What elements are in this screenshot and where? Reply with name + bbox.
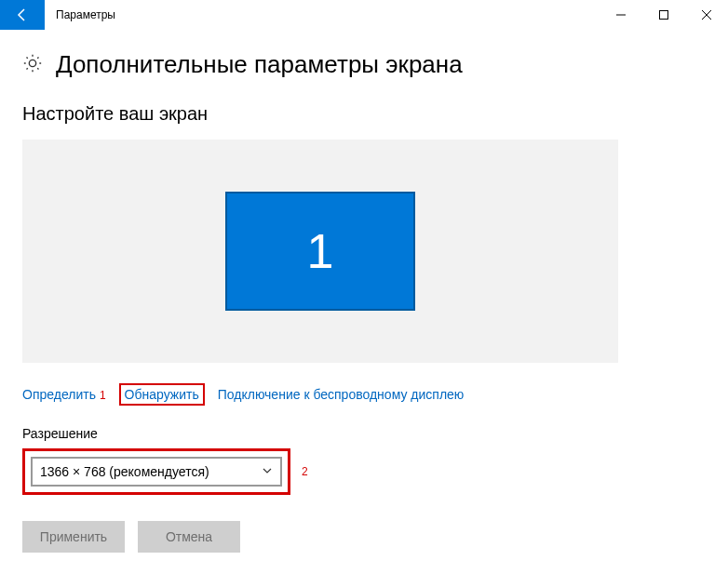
resolution-row: 1366 × 768 (рекомендуется) 2: [22, 448, 706, 495]
action-buttons: Применить Отмена: [22, 521, 706, 553]
display-preview: 1: [22, 140, 618, 363]
monitor-1[interactable]: 1: [225, 192, 415, 311]
close-button[interactable]: [685, 0, 728, 30]
gear-icon: [22, 53, 43, 77]
back-button[interactable]: [0, 0, 45, 30]
annotation-box-1: Обнаружить: [119, 383, 205, 406]
annotation-2: 2: [302, 465, 308, 478]
window-title: Параметры: [45, 0, 127, 30]
minimize-icon: [616, 10, 626, 20]
wireless-display-link[interactable]: Подключение к беспроводному дисплею: [218, 387, 465, 402]
close-icon: [702, 10, 711, 20]
svg-rect-1: [660, 11, 668, 20]
maximize-icon: [659, 10, 668, 20]
apply-button[interactable]: Применить: [22, 521, 125, 553]
resolution-dropdown[interactable]: 1366 × 768 (рекомендуется): [31, 457, 282, 487]
resolution-value: 1366 × 768 (рекомендуется): [40, 464, 209, 479]
page-subheading: Настройте ваш экран: [22, 103, 706, 125]
maximize-button[interactable]: [642, 0, 685, 30]
page-heading: Дополнительные параметры экрана: [56, 50, 463, 79]
identify-link[interactable]: Определить: [22, 387, 96, 402]
content: Дополнительные параметры экрана Настройт…: [0, 30, 728, 553]
window-controls: [600, 0, 728, 30]
annotation-1: 1: [100, 389, 106, 402]
cancel-button[interactable]: Отмена: [138, 521, 240, 553]
heading-row: Дополнительные параметры экрана: [22, 50, 706, 79]
annotation-box-2: 1366 × 768 (рекомендуется): [22, 448, 290, 495]
minimize-button[interactable]: [600, 0, 642, 30]
titlebar: Параметры: [0, 0, 728, 30]
arrow-left-icon: [15, 7, 30, 22]
monitor-number: 1: [307, 223, 334, 279]
resolution-label: Разрешение: [22, 426, 706, 441]
chevron-down-icon: [262, 464, 273, 479]
detect-link[interactable]: Обнаружить: [125, 387, 199, 402]
display-links: Определить 1 Обнаружить Подключение к бе…: [22, 383, 706, 406]
